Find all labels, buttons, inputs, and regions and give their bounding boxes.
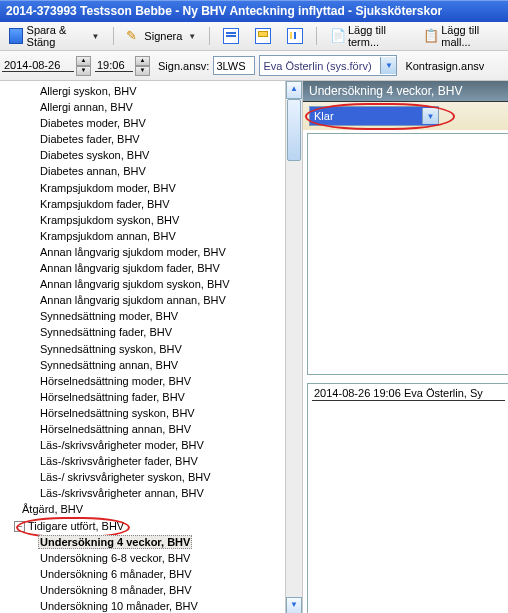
view-split-icon — [287, 28, 303, 44]
meta-toolbar: ▲▼ ▲▼ Sign.ansv: Eva Österlin (sys.förv)… — [0, 51, 508, 81]
tree-pane: Allergi syskon, BHVAllergi annan, BHVDia… — [0, 81, 303, 613]
date-spinner[interactable]: ▲▼ — [76, 56, 91, 76]
tree-item[interactable]: Krampsjukdom fader, BHV — [4, 196, 302, 212]
chevron-down-icon: ▼ — [188, 32, 196, 41]
tree-item[interactable]: Krampsjukdom syskon, BHV — [4, 212, 302, 228]
tree-item[interactable]: Diabetes moder, BHV — [4, 115, 302, 131]
sign-ansv-label: Sign.ansv: — [158, 60, 209, 72]
view-mode-3[interactable] — [282, 25, 308, 47]
tree-item[interactable]: Synnedsättning fader, BHV — [4, 324, 302, 340]
tree-item[interactable]: Läs-/skrivsvårigheter fader, BHV — [4, 453, 302, 469]
tree-item[interactable]: Undersökning 10 månader, BHV — [4, 598, 302, 613]
tree-item[interactable]: Hörselnedsättning annan, BHV — [4, 421, 302, 437]
tree-item[interactable]: Läs-/ skrivsvårigheter syskon, BHV — [4, 469, 302, 485]
detail-pane: Undersökning 4 veckor, BHV Klar ▼ 2014-0… — [303, 81, 508, 613]
window-title: 2014-373993 Testsson Bebbe - Ny BHV Ante… — [0, 0, 508, 22]
tree-item[interactable]: Hörselnedsättning fader, BHV — [4, 389, 302, 405]
tree-item[interactable]: Synnedsättning moder, BHV — [4, 308, 302, 324]
scroll-thumb[interactable] — [287, 99, 301, 161]
tree-item[interactable]: Allergi annan, BHV — [4, 99, 302, 115]
add-term-button[interactable]: Lägg till term... — [325, 21, 412, 51]
detail-header: Undersökning 4 veckor, BHV — [303, 81, 508, 102]
document-icon — [330, 29, 344, 43]
view-mode-2[interactable] — [250, 25, 276, 47]
history-entry: 2014-08-26 19:06 Eva Österlin, Sy — [312, 387, 505, 401]
clipboard-icon — [423, 29, 437, 43]
save-close-button[interactable]: Spara & Stäng ▼ — [4, 21, 105, 51]
scroll-down-icon[interactable]: ▼ — [286, 597, 302, 613]
blank-panel — [307, 133, 508, 375]
status-row: Klar ▼ — [303, 102, 508, 130]
scrollbar-vertical[interactable]: ▲ ▼ — [285, 81, 302, 613]
time-spinner[interactable]: ▲▼ — [135, 56, 150, 76]
code-input[interactable] — [213, 56, 255, 75]
tree-item[interactable]: Undersökning 6 månader, BHV — [4, 566, 302, 582]
tree-item[interactable]: Diabetes fader, BHV — [4, 131, 302, 147]
view-top-icon — [255, 28, 271, 44]
tree-item[interactable]: Läs-/skrivsvårigheter annan, BHV — [4, 485, 302, 501]
tree-item[interactable]: Annan långvarig sjukdom syskon, BHV — [4, 276, 302, 292]
time-input[interactable] — [95, 59, 133, 72]
collapse-icon[interactable]: – — [14, 521, 25, 532]
view-list-icon — [223, 28, 239, 44]
tree-item[interactable]: Läs-/skrivsvårigheter moder, BHV — [4, 437, 302, 453]
tree-item[interactable]: Allergi syskon, BHV — [4, 83, 302, 99]
scroll-up-icon[interactable]: ▲ — [286, 81, 302, 99]
tree-item[interactable]: Annan långvarig sjukdom fader, BHV — [4, 260, 302, 276]
tree-item[interactable]: Annan långvarig sjukdom annan, BHV — [4, 292, 302, 308]
tree-item[interactable]: Hörselnedsättning moder, BHV — [4, 373, 302, 389]
chevron-down-icon: ▼ — [422, 108, 438, 124]
main-toolbar: Spara & Stäng ▼ Signera ▼ Lägg till term… — [0, 22, 508, 51]
date-input[interactable] — [2, 59, 74, 72]
save-icon — [9, 28, 23, 44]
tree-item[interactable]: Hörselnedsättning syskon, BHV — [4, 405, 302, 421]
chevron-down-icon: ▼ — [92, 32, 100, 41]
tree-item[interactable]: Åtgärd, BHV — [4, 501, 302, 517]
pencil-icon — [126, 29, 140, 43]
tree-item[interactable]: Krampsjukdom moder, BHV — [4, 180, 302, 196]
add-template-button[interactable]: Lägg till mall... — [418, 21, 504, 51]
tree-item[interactable]: Synnedsättning syskon, BHV — [4, 341, 302, 357]
view-mode-1[interactable] — [218, 25, 244, 47]
chevron-down-icon: ▼ — [380, 57, 396, 74]
tree-item[interactable]: Annan långvarig sjukdom moder, BHV — [4, 244, 302, 260]
tree-item[interactable]: Diabetes annan, BHV — [4, 163, 302, 179]
history-panel: 2014-08-26 19:06 Eva Österlin, Sy — [307, 383, 508, 613]
kontrasign-label: Kontrasign.ansv — [405, 60, 484, 72]
tree-item[interactable]: Undersökning 4 veckor, BHV — [4, 534, 302, 550]
tree-item[interactable]: Krampsjukdom annan, BHV — [4, 228, 302, 244]
tree-item[interactable]: Undersökning 8 månader, BHV — [4, 582, 302, 598]
sign-button[interactable]: Signera ▼ — [121, 26, 201, 46]
tree-item[interactable]: Synnedsättning annan, BHV — [4, 357, 302, 373]
tree-item[interactable]: Diabetes syskon, BHV — [4, 147, 302, 163]
tree-item[interactable]: Undersökning 6-8 veckor, BHV — [4, 550, 302, 566]
status-select[interactable]: Klar ▼ — [309, 106, 439, 126]
tree-item[interactable]: –Tidigare utfört, BHV — [4, 518, 302, 534]
responsible-select[interactable]: Eva Österlin (sys.förv) ▼ — [259, 55, 397, 76]
